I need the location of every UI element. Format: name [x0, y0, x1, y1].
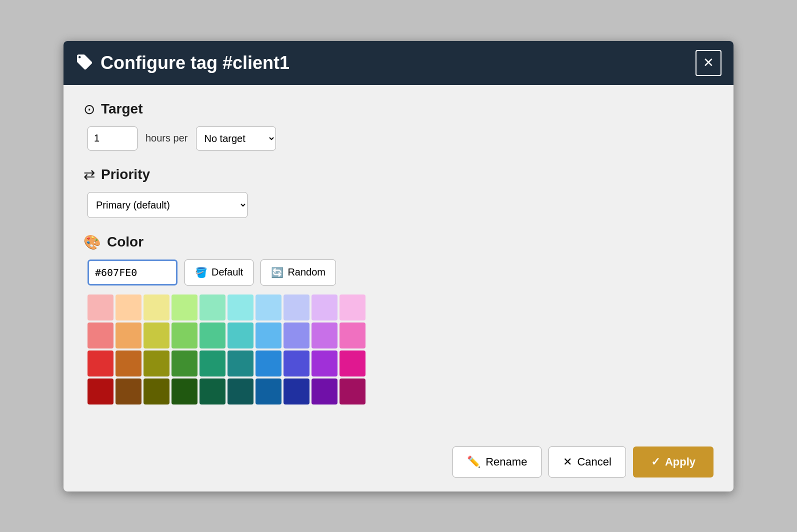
color-cell[interactable] [88, 294, 114, 320]
color-cell[interactable] [256, 294, 282, 320]
pencil-icon: ✏️ [467, 456, 480, 468]
header-left: Configure tag #client1 [76, 52, 290, 74]
close-button[interactable]: ✕ [696, 50, 722, 76]
hours-input-wrap [88, 126, 138, 150]
priority-icon: ⇄ [84, 166, 95, 183]
color-cell[interactable] [172, 350, 198, 376]
color-cell[interactable] [312, 350, 338, 376]
target-row: hours per No target Day Week Month [84, 126, 714, 150]
color-cell[interactable] [144, 378, 170, 404]
color-cell[interactable] [284, 322, 310, 348]
fill-icon: 🪣 [195, 266, 208, 278]
color-cell[interactable] [200, 350, 226, 376]
priority-label: Priority [101, 166, 150, 182]
color-cell[interactable] [228, 350, 254, 376]
target-section-header: ⊙ Target [84, 101, 714, 118]
color-cell[interactable] [200, 378, 226, 404]
color-cell[interactable] [312, 378, 338, 404]
refresh-icon: 🔄 [271, 266, 284, 278]
check-icon: ✓ [651, 456, 660, 468]
color-cell[interactable] [200, 322, 226, 348]
target-label: Target [101, 101, 143, 117]
hours-label: hours per [146, 132, 188, 144]
default-color-button[interactable]: 🪣 Default [184, 260, 254, 286]
color-section: 🎨 Color 🪣 Default 🔄 Random [84, 234, 714, 404]
color-cell[interactable] [284, 294, 310, 320]
color-cell[interactable] [340, 322, 366, 348]
color-cell[interactable] [144, 350, 170, 376]
configure-tag-dialog: Configure tag #client1 ✕ ⊙ Target hours … [64, 41, 734, 492]
color-cell[interactable] [172, 322, 198, 348]
color-cell[interactable] [284, 378, 310, 404]
color-cell[interactable] [312, 294, 338, 320]
apply-label: Apply [665, 456, 696, 468]
target-icon: ⊙ [84, 101, 95, 118]
color-cell[interactable] [228, 294, 254, 320]
target-section: ⊙ Target hours per No target Day Week Mo… [84, 101, 714, 150]
dialog-footer: ✏️ Rename ✕ Cancel ✓ Apply [64, 436, 734, 492]
period-select[interactable]: No target Day Week Month [196, 126, 276, 150]
color-cell[interactable] [340, 294, 366, 320]
color-cell[interactable] [144, 294, 170, 320]
color-cell[interactable] [172, 294, 198, 320]
color-hex-input[interactable] [88, 260, 178, 286]
color-cell[interactable] [228, 322, 254, 348]
color-cell[interactable] [228, 378, 254, 404]
color-cell[interactable] [88, 350, 114, 376]
color-section-header: 🎨 Color [84, 234, 714, 250]
random-btn-label: Random [288, 266, 326, 278]
color-cell[interactable] [256, 378, 282, 404]
color-cell[interactable] [340, 378, 366, 404]
dialog-body: ⊙ Target hours per No target Day Week Mo… [64, 85, 734, 436]
hours-input[interactable] [88, 126, 138, 150]
default-btn-label: Default [212, 266, 243, 278]
color-cell[interactable] [144, 322, 170, 348]
color-palette-icon: 🎨 [84, 234, 101, 250]
color-cell[interactable] [256, 350, 282, 376]
color-cell[interactable] [200, 294, 226, 320]
color-cell[interactable] [312, 322, 338, 348]
color-label: Color [107, 234, 144, 250]
apply-button[interactable]: ✓ Apply [633, 446, 714, 478]
priority-section: ⇄ Priority Primary (default) Secondary T… [84, 166, 714, 218]
color-cell[interactable] [340, 350, 366, 376]
color-cell[interactable] [116, 294, 142, 320]
priority-section-header: ⇄ Priority [84, 166, 714, 183]
random-color-button[interactable]: 🔄 Random [260, 260, 336, 286]
tag-icon [76, 53, 94, 73]
color-cell[interactable] [116, 322, 142, 348]
color-cell[interactable] [116, 350, 142, 376]
dialog-header: Configure tag #client1 ✕ [64, 41, 734, 85]
color-grid [84, 294, 714, 404]
color-cell[interactable] [88, 378, 114, 404]
color-cell[interactable] [284, 350, 310, 376]
color-cell[interactable] [88, 322, 114, 348]
priority-select[interactable]: Primary (default) Secondary Tertiary [88, 192, 248, 218]
rename-label: Rename [486, 456, 527, 468]
x-icon: ✕ [563, 456, 572, 468]
dialog-title: Configure tag #client1 [100, 52, 290, 74]
color-controls: 🪣 Default 🔄 Random [84, 260, 714, 286]
color-cell[interactable] [172, 378, 198, 404]
cancel-button[interactable]: ✕ Cancel [548, 446, 626, 478]
color-cell[interactable] [116, 378, 142, 404]
cancel-label: Cancel [577, 456, 611, 468]
rename-button[interactable]: ✏️ Rename [452, 446, 542, 478]
color-cell[interactable] [256, 322, 282, 348]
